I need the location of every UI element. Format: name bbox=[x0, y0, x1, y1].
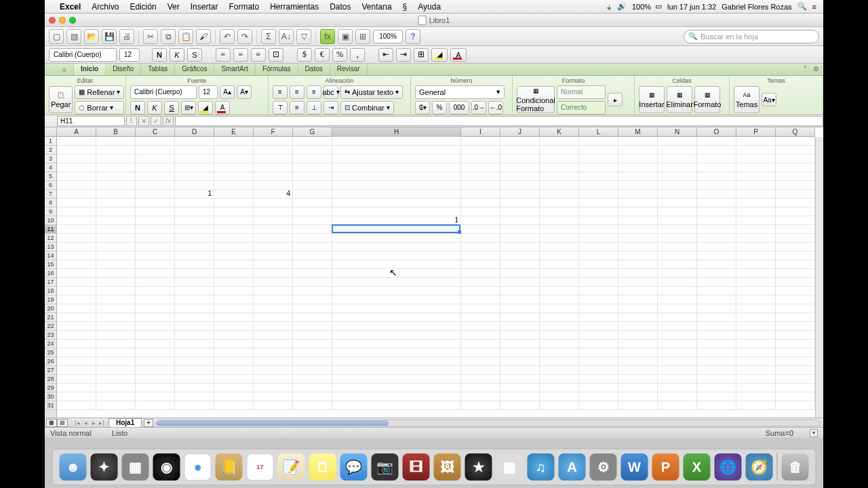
row-headers[interactable]: 1234567891011121314151617181920212223242… bbox=[45, 137, 57, 418]
cell-Q29[interactable] bbox=[776, 384, 815, 392]
currency-button[interactable]: $ bbox=[297, 48, 312, 62]
cell-E25[interactable] bbox=[214, 348, 254, 357]
dock-photobooth[interactable]: 📷 bbox=[372, 453, 399, 481]
collapse-ribbon-button[interactable]: ˄ bbox=[800, 64, 810, 73]
cell-G15[interactable] bbox=[293, 260, 332, 269]
cell-F3[interactable] bbox=[254, 155, 293, 163]
cell-D13[interactable] bbox=[175, 243, 214, 251]
sort-button[interactable]: A↓ bbox=[279, 29, 294, 44]
cell-L12[interactable] bbox=[579, 234, 618, 243]
cell-F21[interactable] bbox=[254, 313, 293, 322]
formula-input[interactable] bbox=[175, 116, 823, 126]
menu-archivo[interactable]: Archivo bbox=[86, 2, 124, 12]
cell-K15[interactable] bbox=[540, 260, 579, 269]
cell-E30[interactable] bbox=[214, 392, 254, 401]
cell-E21[interactable] bbox=[214, 313, 254, 322]
cell-P11[interactable] bbox=[736, 225, 776, 234]
cell-H15[interactable] bbox=[332, 260, 461, 269]
cell-J9[interactable] bbox=[500, 207, 540, 216]
cell-L18[interactable] bbox=[579, 287, 618, 296]
cell-A27[interactable] bbox=[57, 366, 96, 375]
cell-M2[interactable] bbox=[618, 146, 658, 155]
cell-D26[interactable] bbox=[175, 357, 214, 366]
dock-chrome[interactable]: ◉ bbox=[184, 453, 212, 481]
autosum-button[interactable]: Σ bbox=[261, 29, 276, 44]
home-icon-tab[interactable]: ⌂ bbox=[56, 64, 74, 75]
cell-A18[interactable] bbox=[57, 287, 96, 296]
cell-G2[interactable] bbox=[293, 146, 332, 155]
cell-B17[interactable] bbox=[96, 278, 136, 287]
format-painter-button[interactable]: 🖌 bbox=[196, 29, 211, 44]
cell-P14[interactable] bbox=[736, 251, 776, 260]
cell-C4[interactable] bbox=[136, 163, 175, 172]
cell-D31[interactable] bbox=[175, 401, 214, 410]
cell-K30[interactable] bbox=[540, 392, 579, 401]
cell-A20[interactable] bbox=[57, 304, 96, 313]
cell-N12[interactable] bbox=[658, 234, 697, 243]
col-header-H[interactable]: H bbox=[332, 127, 461, 137]
row-header-17[interactable]: 17 bbox=[45, 278, 56, 287]
cell-A4[interactable] bbox=[57, 163, 96, 172]
cell-M17[interactable] bbox=[618, 278, 658, 287]
cell-P30[interactable] bbox=[736, 392, 776, 401]
minimize-window-button[interactable] bbox=[59, 17, 66, 24]
cell-F29[interactable] bbox=[254, 384, 293, 392]
row-header-6[interactable]: 6 bbox=[45, 181, 56, 190]
cell-H3[interactable] bbox=[332, 155, 461, 163]
cell-Q25[interactable] bbox=[776, 348, 815, 357]
cell-H25[interactable] bbox=[332, 348, 461, 357]
cell-I31[interactable] bbox=[461, 401, 500, 410]
cell-B3[interactable] bbox=[96, 155, 136, 163]
cell-P17[interactable] bbox=[736, 278, 776, 287]
cell-E31[interactable] bbox=[214, 401, 254, 410]
cell-N19[interactable] bbox=[658, 296, 697, 304]
style-normal-button[interactable]: Normal bbox=[557, 85, 606, 99]
cell-E3[interactable] bbox=[214, 155, 254, 163]
cell-D24[interactable] bbox=[175, 340, 214, 348]
cut-button[interactable]: ✂ bbox=[143, 29, 158, 44]
dock-launchpad[interactable]: ✦ bbox=[91, 453, 118, 481]
dock-messages[interactable]: 💬 bbox=[340, 453, 368, 481]
cell-D1[interactable] bbox=[175, 137, 214, 146]
cell-L11[interactable] bbox=[579, 225, 618, 234]
cell-I6[interactable] bbox=[461, 181, 500, 190]
cell-K6[interactable] bbox=[540, 181, 579, 190]
open-button[interactable]: 📂 bbox=[84, 29, 99, 44]
increase-decimal-button[interactable]: .0→ bbox=[471, 101, 486, 115]
cell-C11[interactable] bbox=[136, 225, 175, 234]
cell-O14[interactable] bbox=[697, 251, 736, 260]
cell-F7[interactable]: 4 bbox=[254, 190, 293, 199]
dock-appstore[interactable]: A bbox=[559, 453, 586, 481]
page-layout-view-button[interactable]: ▤ bbox=[57, 419, 68, 427]
row-header-5[interactable]: 5 bbox=[45, 172, 56, 181]
template-button[interactable]: ▤ bbox=[66, 29, 81, 44]
cell-F22[interactable] bbox=[254, 322, 293, 331]
cell-H28[interactable] bbox=[332, 375, 461, 384]
cell-K2[interactable] bbox=[540, 146, 579, 155]
cell-Q2[interactable] bbox=[776, 146, 815, 155]
cell-I4[interactable] bbox=[461, 163, 500, 172]
font-color-button-top[interactable]: A bbox=[450, 48, 467, 62]
cell-C15[interactable] bbox=[136, 260, 175, 269]
search-input[interactable]: 🔍 Buscar en la hoja bbox=[684, 30, 819, 43]
cell-F24[interactable] bbox=[254, 340, 293, 348]
cell-E26[interactable] bbox=[214, 357, 254, 366]
cell-G8[interactable] bbox=[293, 199, 332, 207]
horizontal-scrollbar[interactable] bbox=[156, 420, 821, 426]
cell-L24[interactable] bbox=[579, 340, 618, 348]
col-header-I[interactable]: I bbox=[461, 127, 500, 137]
cell-L8[interactable] bbox=[579, 199, 618, 207]
row-header-9[interactable]: 9 bbox=[45, 207, 56, 216]
cell-Q18[interactable] bbox=[776, 287, 815, 296]
cell-P6[interactable] bbox=[736, 181, 776, 190]
tab-diseno[interactable]: Diseño bbox=[106, 64, 141, 75]
sheet-tab-hoja1[interactable]: Hoja1 bbox=[108, 418, 142, 427]
cell-F12[interactable] bbox=[254, 234, 293, 243]
comma-button[interactable]: , bbox=[350, 48, 365, 62]
dock-contacts[interactable]: 📒 bbox=[216, 453, 243, 481]
indent-button[interactable]: ⇥ bbox=[323, 101, 338, 115]
cell-E28[interactable] bbox=[214, 375, 254, 384]
cell-D28[interactable] bbox=[175, 375, 214, 384]
cell-N28[interactable] bbox=[658, 375, 697, 384]
cell-N3[interactable] bbox=[658, 155, 697, 163]
